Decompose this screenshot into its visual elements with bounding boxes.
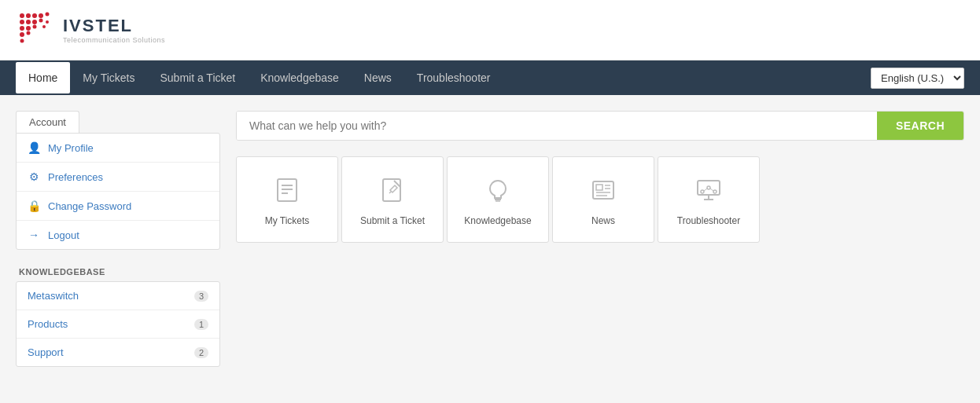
svg-point-15 (46, 20, 49, 24)
nav-link-home[interactable]: Home (16, 62, 70, 93)
kb-link-products[interactable]: Products 1 (17, 310, 219, 338)
content-area: SEARCH My Tickets (236, 111, 964, 367)
kb-badge-metaswitch: 3 (194, 291, 208, 302)
svg-line-37 (704, 189, 707, 191)
sidebar-label-preferences: Preferences (48, 171, 103, 183)
logo: IVSTEL Telecommunication Solutions (16, 9, 165, 50)
nav-menu: Home My Tickets Submit a Ticket Knowledg… (16, 62, 871, 93)
svg-point-8 (39, 19, 43, 23)
sidebar-link-preferences[interactable]: ⚙ Preferences (17, 163, 219, 191)
kb-item-products[interactable]: Products 1 (17, 310, 219, 339)
bulb-icon (481, 173, 515, 207)
search-bar: SEARCH (236, 111, 964, 141)
svg-line-22 (389, 192, 391, 193)
svg-point-12 (20, 32, 24, 37)
kb-label-support: Support (28, 346, 64, 358)
svg-rect-26 (596, 185, 602, 190)
account-menu-box: 👤 My Profile ⚙ Preferences 🔒 Change Pass… (16, 133, 220, 250)
logout-icon: → (28, 229, 40, 241)
nav-link-mytickets[interactable]: My Tickets (70, 62, 147, 93)
sidebar-item-changepassword[interactable]: 🔒 Change Password (17, 192, 219, 221)
nav-item-troubleshooter[interactable]: Troubleshooter (404, 62, 503, 93)
nav-link-submitticket[interactable]: Submit a Ticket (147, 62, 248, 93)
navbar: Home My Tickets Submit a Ticket Knowledg… (0, 60, 980, 95)
logo-text-group: IVSTEL Telecommunication Solutions (63, 16, 165, 44)
kb-list: Metaswitch 3 Products 1 Support 2 (16, 281, 220, 367)
logo-icon (16, 9, 57, 50)
svg-point-2 (32, 13, 37, 18)
nav-link-news[interactable]: News (352, 62, 404, 93)
svg-point-9 (20, 26, 24, 31)
svg-point-34 (701, 190, 704, 193)
kb-label-products: Products (28, 318, 68, 330)
logo-subtitle: Telecommunication Solutions (63, 36, 165, 44)
nav-item-knowledgebase[interactable]: Knowledgebase (248, 62, 352, 93)
search-button[interactable]: SEARCH (877, 112, 963, 140)
knowledgebase-section-title: KNOWLEDGEBASE (16, 267, 220, 277)
svg-point-0 (20, 13, 24, 18)
card-news[interactable]: News (552, 156, 654, 243)
svg-point-14 (20, 39, 24, 43)
nav-link-troubleshooter[interactable]: Troubleshooter (404, 62, 503, 93)
main-content: Account 👤 My Profile ⚙ Preferences (0, 95, 980, 383)
kb-badge-products: 1 (194, 319, 208, 330)
sidebar-label-changepassword: Change Password (48, 200, 131, 212)
svg-point-5 (20, 20, 24, 24)
sidebar-item-logout[interactable]: → Logout (17, 221, 219, 249)
sidebar-label-logout: Logout (48, 229, 79, 241)
gear-icon: ⚙ (28, 170, 40, 183)
svg-line-38 (710, 189, 713, 191)
svg-point-4 (46, 13, 50, 16)
svg-point-3 (39, 13, 43, 18)
sidebar-link-changepassword[interactable]: 🔒 Change Password (17, 192, 219, 220)
nav-item-home[interactable]: Home (16, 62, 70, 93)
sidebar-link-logout[interactable]: → Logout (17, 221, 219, 249)
logo-main-text: IVSTEL (63, 16, 133, 35)
troubleshooter-icon (691, 173, 726, 207)
sidebar-link-myprofile[interactable]: 👤 My Profile (17, 134, 219, 162)
card-label-mytickets: My Tickets (265, 215, 310, 226)
sidebar-item-preferences[interactable]: ⚙ Preferences (17, 163, 219, 192)
nav-item-submitticket[interactable]: Submit a Ticket (147, 62, 248, 93)
svg-point-10 (26, 26, 31, 31)
news-icon (586, 173, 621, 207)
svg-point-11 (33, 25, 37, 29)
card-label-submitticket: Submit a Ticket (360, 215, 425, 226)
submit-icon (375, 173, 410, 207)
svg-point-35 (707, 186, 710, 189)
person-icon: 👤 (28, 141, 40, 154)
nav-item-mytickets[interactable]: My Tickets (70, 62, 147, 93)
account-tab: Account (16, 111, 79, 133)
card-troubleshooter[interactable]: Troubleshooter (658, 156, 760, 243)
card-submitticket[interactable]: Submit a Ticket (341, 156, 444, 243)
card-label-troubleshooter: Troubleshooter (677, 215, 740, 226)
nav-link-knowledgebase[interactable]: Knowledgebase (248, 62, 352, 93)
kb-link-support[interactable]: Support 2 (17, 339, 219, 366)
svg-rect-21 (383, 179, 400, 201)
sidebar: Account 👤 My Profile ⚙ Preferences (16, 111, 220, 367)
svg-point-7 (32, 20, 37, 24)
kb-item-metaswitch[interactable]: Metaswitch 3 (17, 282, 219, 310)
tickets-icon (270, 173, 304, 207)
svg-point-36 (713, 190, 717, 193)
header: IVSTEL Telecommunication Solutions (0, 0, 980, 60)
sidebar-item-myprofile[interactable]: 👤 My Profile (17, 134, 219, 163)
nav-item-news[interactable]: News (352, 62, 404, 93)
card-label-news: News (591, 215, 615, 226)
sidebar-label-myprofile: My Profile (48, 142, 94, 154)
search-input[interactable] (237, 112, 877, 140)
card-mytickets[interactable]: My Tickets (236, 156, 338, 243)
svg-point-1 (26, 13, 31, 18)
svg-point-13 (27, 31, 31, 35)
account-menu: 👤 My Profile ⚙ Preferences 🔒 Change Pass… (17, 134, 219, 249)
svg-point-16 (42, 25, 46, 28)
language-selector[interactable]: English (U.S.) (871, 68, 964, 89)
icon-grid: My Tickets Submit a Ticket (236, 156, 964, 243)
kb-badge-support: 2 (194, 347, 208, 358)
kb-link-metaswitch[interactable]: Metaswitch 3 (17, 282, 219, 310)
lock-icon: 🔒 (28, 200, 40, 212)
kb-label-metaswitch: Metaswitch (28, 290, 79, 302)
card-knowledgebase[interactable]: Knowledgebase (447, 156, 549, 243)
svg-point-6 (26, 20, 31, 24)
kb-item-support[interactable]: Support 2 (17, 339, 219, 366)
